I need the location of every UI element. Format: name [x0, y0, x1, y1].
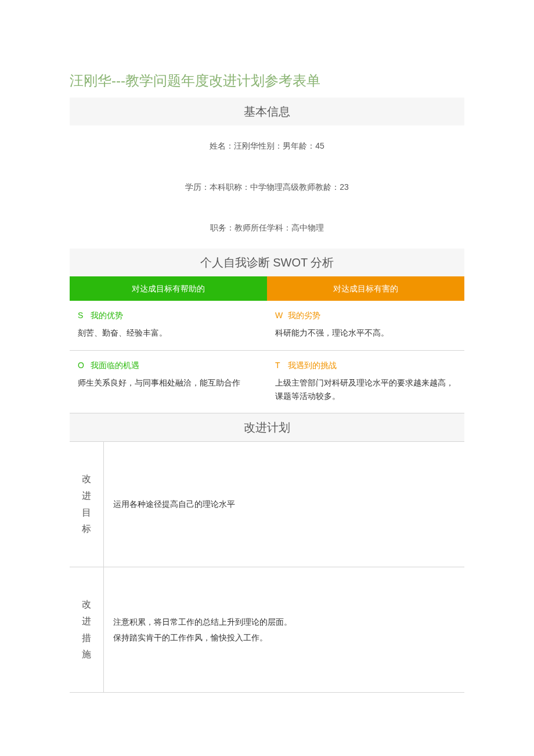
- plan-goal-label: 改 进 目 标: [70, 442, 103, 567]
- swot-s-label: 我的优势: [91, 311, 123, 320]
- plan-row-goal: 改 进 目 标 运用各种途径提高自己的理论水平: [70, 442, 464, 567]
- swot-row-sw: S我的优势 刻苦、勤奋、经验丰富。 W我的劣势 科研能力不强，理论水平不高。: [70, 301, 464, 351]
- plan-goal-content: 运用各种途径提高自己的理论水平: [103, 442, 464, 567]
- swot-t-letter: T: [275, 359, 288, 372]
- plan-goal-label-char: 目: [74, 505, 99, 521]
- swot-s-letter: S: [78, 309, 91, 322]
- swot-o-label: 我面临的机遇: [91, 361, 139, 370]
- plan-measure-label-char: 措: [74, 630, 99, 647]
- plan-measure-label-char: 施: [74, 646, 99, 663]
- swot-s-content: 刻苦、勤奋、经验丰富。: [78, 326, 259, 339]
- basic-info-block: 姓名：汪刚华性别：男年龄：45 学历：本科职称：中学物理高级教师教龄：23 职务…: [70, 125, 464, 248]
- plan-measure-content: 注意积累，将日常工作的总结上升到理论的层面。 保持踏实肯干的工作作风，愉快投入工…: [103, 567, 464, 693]
- swot-harmful-header: 对达成目标有害的: [267, 276, 464, 301]
- basic-info-row-2: 学历：本科职称：中学物理高级教师教龄：23: [70, 167, 464, 207]
- swot-o-content: 师生关系良好，与同事相处融洽，能互助合作: [78, 376, 259, 389]
- swot-row-ot: O我面临的机遇 师生关系良好，与同事相处融洽，能互助合作 T我遇到的挑战 上级主…: [70, 351, 464, 413]
- basic-info-row-3: 职务：教师所任学科：高中物理: [70, 207, 464, 248]
- swot-column-headers: 对达成目标有帮助的 对达成目标有害的: [70, 276, 464, 301]
- swot-cell-s: S我的优势 刻苦、勤奋、经验丰富。: [70, 301, 267, 350]
- plan-row-measure: 改 进 措 施 注意积累，将日常工作的总结上升到理论的层面。 保持踏实肯干的工作…: [70, 567, 464, 693]
- swot-w-letter: W: [275, 309, 288, 322]
- swot-t-label: 我遇到的挑战: [288, 361, 337, 370]
- plan-measure-label-char: 改: [74, 596, 99, 613]
- basic-info-row-1: 姓名：汪刚华性别：男年龄：45: [70, 125, 464, 166]
- plan-header: 改进计划: [70, 413, 464, 442]
- plan-table: 改 进 目 标 运用各种途径提高自己的理论水平 改 进 措 施 注意积累，将日常…: [70, 442, 464, 693]
- plan-goal-label-char: 改: [74, 471, 99, 488]
- swot-w-content: 科研能力不强，理论水平不高。: [275, 326, 456, 339]
- swot-w-label: 我的劣势: [288, 311, 320, 320]
- plan-measure-line: 注意积累，将日常工作的总结上升到理论的层面。: [113, 614, 456, 630]
- page-title: 汪刚华---教学问题年度改进计划参考表单: [70, 70, 464, 92]
- swot-t-content: 上级主管部门对科研及理论水平的要求越来越高，课题等活动较多。: [275, 376, 456, 402]
- swot-cell-t: T我遇到的挑战 上级主管部门对科研及理论水平的要求越来越高，课题等活动较多。: [267, 351, 464, 413]
- swot-o-letter: O: [78, 359, 91, 372]
- plan-measure-line: 保持踏实肯干的工作作风，愉快投入工作。: [113, 630, 456, 646]
- swot-helpful-header: 对达成目标有帮助的: [70, 276, 267, 301]
- plan-goal-label-char: 标: [74, 521, 99, 538]
- swot-header: 个人自我诊断 SWOT 分析: [70, 249, 464, 276]
- plan-measure-label-char: 进: [74, 613, 99, 630]
- basic-info-header: 基本信息: [70, 98, 464, 125]
- plan-goal-label-char: 进: [74, 488, 99, 505]
- swot-cell-o: O我面临的机遇 师生关系良好，与同事相处融洽，能互助合作: [70, 351, 267, 413]
- swot-cell-w: W我的劣势 科研能力不强，理论水平不高。: [267, 301, 464, 350]
- plan-measure-label: 改 进 措 施: [70, 567, 103, 693]
